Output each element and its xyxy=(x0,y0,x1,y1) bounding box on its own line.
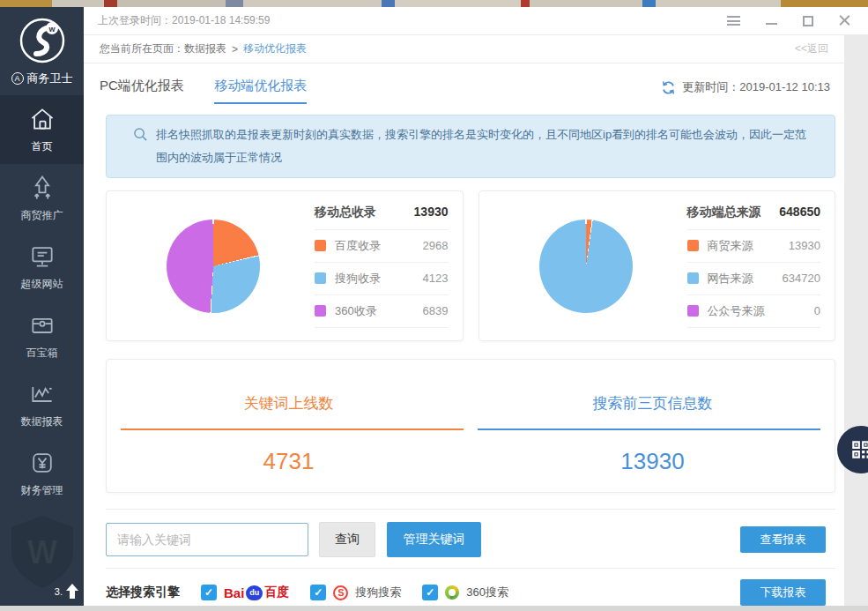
engine-item-baidu: Bai du 百度 xyxy=(201,585,289,600)
360-checkbox[interactable] xyxy=(422,585,438,600)
legend-label: 商贸来源 xyxy=(708,238,753,254)
baidu-logo: Bai du 百度 xyxy=(224,585,289,600)
minimize-icon[interactable] xyxy=(766,23,777,25)
sidebar-item-label: 数据报表 xyxy=(21,414,63,429)
swatch-wechat xyxy=(687,305,699,317)
360-logo-text: 360搜索 xyxy=(466,585,508,600)
legend-value: 4123 xyxy=(423,272,449,285)
magnifier-icon xyxy=(133,127,148,142)
sogou-logo-text: 搜狗搜索 xyxy=(355,585,401,600)
legend-row: 百度收录 2968 xyxy=(315,230,449,263)
screen: w A 商务卫士 首页 商贸推广 xyxy=(0,0,868,611)
legend-value: 13930 xyxy=(789,239,820,252)
sidebar-item-reports[interactable]: 数据报表 xyxy=(0,370,84,439)
sidebar-item-label: 超级网站 xyxy=(21,277,63,292)
stat-keywords-online: 关键词上线数 4731 xyxy=(107,360,471,492)
sidebar-item-promotion[interactable]: 商贸推广 xyxy=(0,164,84,233)
divider xyxy=(106,568,835,569)
stat-value: 13930 xyxy=(471,448,835,475)
tab-mobile-report[interactable]: 移动端优化报表 xyxy=(214,78,307,104)
desktop-taskbar-sliver xyxy=(0,606,868,611)
legend-label: 360收录 xyxy=(335,303,377,319)
download-report-button[interactable]: 下载报表 xyxy=(740,579,826,606)
sidebar-item-label: 商贸推广 xyxy=(21,208,63,223)
version-box: 3. xyxy=(55,583,79,600)
monitor-icon xyxy=(28,242,56,271)
legend-value: 634720 xyxy=(783,272,820,285)
engine-row-label: 选择搜索引擎 xyxy=(106,585,180,600)
stats-card: 关键词上线数 4731 搜索前三页信息数 13930 xyxy=(106,359,835,493)
stat-title: 关键词上线数 xyxy=(107,393,471,414)
legend-label: 网告来源 xyxy=(708,271,753,287)
update-time-box: 更新时间：2019-01-12 10:13 xyxy=(661,79,830,95)
swirl-logo-icon: w xyxy=(18,16,67,65)
svg-text:W: W xyxy=(27,534,57,570)
baidu-logo-text: Bai xyxy=(224,585,244,600)
keyword-toolbar: 查询 管理关键词 查看报表 xyxy=(106,522,835,557)
swatch-baidu xyxy=(315,240,326,251)
upgrade-arrow-icon[interactable] xyxy=(65,583,79,600)
sidebar-item-finance[interactable]: 财务管理 xyxy=(0,439,84,508)
breadcrumb-current: 移动优化报表 xyxy=(243,41,307,56)
tab-pc-report[interactable]: PC端优化报表 xyxy=(100,78,184,102)
legend-title-row: 移动总收录 13930 xyxy=(315,205,449,230)
baidu-paw-icon: du xyxy=(246,585,263,600)
menu-icon[interactable] xyxy=(727,16,740,26)
legend-row: 商贸来源 13930 xyxy=(687,230,821,263)
tabs-row: PC端优化报表 移动端优化报表 更新时间：2019-01-12 10:13 xyxy=(84,63,844,104)
legend-title: 移动端总来源 xyxy=(687,205,761,220)
legend-total: 648650 xyxy=(779,205,820,220)
maximize-icon[interactable] xyxy=(803,16,813,26)
sidebar-item-home[interactable]: 首页 xyxy=(0,95,84,164)
stat-value: 4731 xyxy=(107,448,471,475)
engine-item-sogou: S 搜狗搜索 xyxy=(310,585,401,600)
engine-item-360: 360搜索 xyxy=(422,585,508,600)
keyword-input[interactable] xyxy=(106,523,308,556)
notice-text: 排名快照抓取的是报表更新时刻的真实数据，搜索引擎的排名是实时变化的，且不同地区i… xyxy=(156,128,806,164)
sogou-checkbox[interactable] xyxy=(310,585,326,600)
last-login-time: 上次登录时间：2019-01-18 14:59:59 xyxy=(98,13,270,28)
stat-underline xyxy=(478,428,820,430)
sidebar-menu: 首页 商贸推广 超级网站 xyxy=(0,95,84,508)
back-link[interactable]: <<返回 xyxy=(795,41,828,56)
query-button[interactable]: 查询 xyxy=(319,522,375,557)
legend-value: 6839 xyxy=(423,304,449,317)
legend-row: 网告来源 634720 xyxy=(687,263,821,295)
swatch-web xyxy=(687,272,699,284)
finance-icon xyxy=(28,449,56,477)
home-icon xyxy=(28,105,56,133)
stat-underline xyxy=(121,428,464,430)
app-window: w A 商务卫士 首页 商贸推广 xyxy=(0,7,868,606)
sidebar-item-toolbox[interactable]: 百宝箱 xyxy=(0,302,84,370)
search-engine-row: 选择搜索引擎 Bai du 百度 S 搜狗搜索 xyxy=(106,579,835,606)
mobile-source-card: 移动端总来源 648650 商贸来源 13930 网告来源 xyxy=(479,190,836,341)
breadcrumb-prefix: 您当前所在页面： xyxy=(100,41,184,56)
content-panel: 您当前所在页面： 数据报表 > 移动优化报表 <<返回 PC端优化报表 移动端优… xyxy=(84,35,844,606)
sidebar-item-label: 财务管理 xyxy=(21,483,63,498)
close-icon[interactable] xyxy=(839,15,850,26)
360-logo-icon xyxy=(445,585,459,600)
stat-title: 搜索前三页信息数 xyxy=(471,393,835,414)
baidu-checkbox[interactable] xyxy=(201,585,217,600)
sidebar-item-website[interactable]: 超级网站 xyxy=(0,233,84,302)
swatch-sogou xyxy=(315,272,326,284)
mobile-source-pie-chart xyxy=(539,220,633,313)
legend-title-row: 移动端总来源 648650 xyxy=(687,205,821,230)
main-area: 上次登录时间：2019-01-18 14:59:59 您当前所在页面： 数据报表… xyxy=(84,7,868,606)
breadcrumb-arrow: > xyxy=(232,43,238,56)
legend-row: 360收录 6839 xyxy=(315,295,449,328)
brand-name: 商务卫士 xyxy=(27,71,73,86)
report-chart-icon xyxy=(28,380,56,408)
mobile-index-card: 移动总收录 13930 百度收录 2968 搜狗收录 xyxy=(106,190,464,341)
qr-code-icon xyxy=(849,438,868,461)
legend-total: 13930 xyxy=(414,205,449,220)
refresh-icon[interactable] xyxy=(661,80,676,95)
manage-keywords-button[interactable]: 管理关键词 xyxy=(387,522,481,557)
view-report-button[interactable]: 查看报表 xyxy=(740,526,826,553)
breadcrumb: 您当前所在页面： 数据报表 > 移动优化报表 <<返回 xyxy=(84,35,844,63)
legend: 移动总收录 13930 百度收录 2968 搜狗收录 xyxy=(315,205,449,328)
brand-badge-icon: A xyxy=(11,72,24,85)
notice-banner: 排名快照抓取的是报表更新时刻的真实数据，搜索引擎的排名是实时变化的，且不同地区i… xyxy=(106,115,835,178)
mobile-index-pie-chart xyxy=(167,220,260,313)
legend-title: 移动总收录 xyxy=(315,205,376,220)
